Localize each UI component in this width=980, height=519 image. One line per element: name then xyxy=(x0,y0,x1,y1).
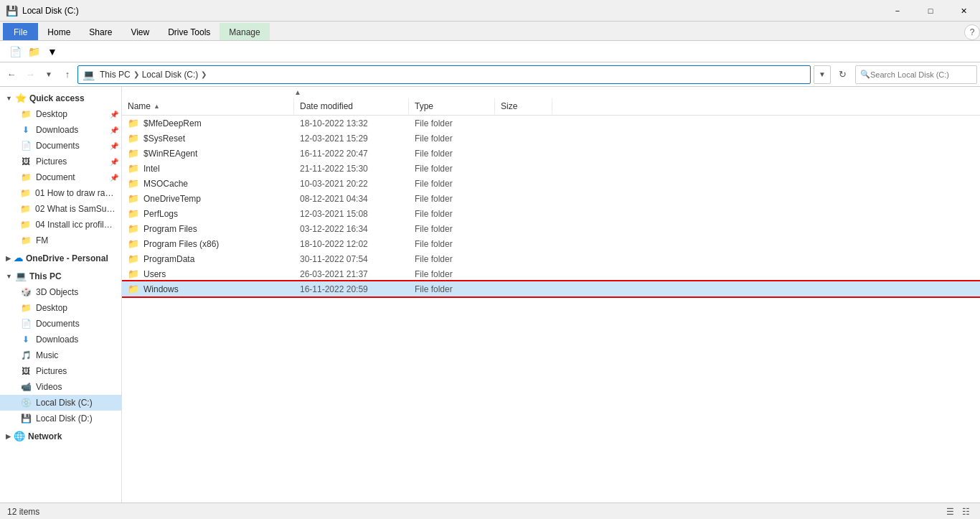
table-row[interactable]: 📁 $MfeDeepRem 18-10-2022 13:32 File fold… xyxy=(122,116,980,131)
breadcrumb-local-disk[interactable]: Local Disk (C:) xyxy=(140,68,201,81)
maximize-button[interactable]: □ xyxy=(914,0,947,22)
fm-icon: 📁 xyxy=(20,235,32,246)
table-row[interactable]: 📁 Windows 16-11-2022 20:59 File folder xyxy=(122,281,980,296)
sidebar-item-videos[interactable]: 📹 Videos xyxy=(0,379,121,395)
sidebar-item-fm[interactable]: 📁 FM xyxy=(0,233,121,248)
pin-icon: 📌 xyxy=(110,111,118,118)
tab-home[interactable]: Home xyxy=(38,23,80,40)
sidebar-item-howto[interactable]: 📁 01 How to draw radius xyxy=(0,185,121,201)
file-name: Program Files (x86) xyxy=(143,239,219,249)
col-header-name[interactable]: Name ▲ xyxy=(122,99,294,113)
folder-icon: 📁 xyxy=(128,253,139,264)
file-type: File folder xyxy=(409,132,495,145)
sidebar-item-label: Pictures xyxy=(36,366,67,376)
sidebar-item-downloads-pc[interactable]: ⬇ Downloads xyxy=(0,332,121,347)
music-icon: 🎵 xyxy=(20,350,32,361)
samsung-icon: 📁 xyxy=(20,203,31,215)
pictures-pc-icon: 🖼 xyxy=(20,365,32,377)
title-icon: 💾 xyxy=(6,5,18,17)
sidebar-item-pictures-qa[interactable]: 🖼 Pictures 📌 xyxy=(0,154,121,169)
table-row[interactable]: 📁 OneDriveTemp 08-12-2021 04:34 File fol… xyxy=(122,191,980,206)
search-input[interactable] xyxy=(870,70,972,79)
sidebar-onedrive-header[interactable]: ▶ ☁ OneDrive - Personal xyxy=(0,250,121,266)
sidebar-this-pc-header[interactable]: ▼ 💻 This PC xyxy=(0,268,121,284)
table-row[interactable]: 📁 Users 26-03-2021 21:37 File folder xyxy=(122,266,980,281)
table-row[interactable]: 📁 $WinREAgent 16-11-2022 20:47 File fold… xyxy=(122,146,980,161)
file-date: 16-11-2022 20:47 xyxy=(294,147,409,160)
breadcrumb-arrow-1: ❯ xyxy=(133,70,139,78)
address-bar[interactable]: 💻 This PC ❯ Local Disk (C:) ❯ xyxy=(77,65,811,84)
address-dropdown-button[interactable]: ▼ xyxy=(814,65,831,84)
tab-share[interactable]: Share xyxy=(80,23,121,40)
tab-manage[interactable]: Manage xyxy=(220,23,269,40)
sidebar: ▼ ⭐ Quick access 📁 Desktop 📌 ⬇ Downloads… xyxy=(0,87,122,502)
sidebar-item-install[interactable]: 📁 04 Install icc profile or xyxy=(0,217,121,233)
up-button[interactable]: ↑ xyxy=(59,65,76,84)
sidebar-item-music[interactable]: 🎵 Music xyxy=(0,347,121,363)
file-name: Users xyxy=(143,269,166,279)
table-row[interactable]: 📁 $SysReset 12-03-2021 15:29 File folder xyxy=(122,131,980,146)
table-row[interactable]: 📁 Program Files 03-12-2022 16:34 File fo… xyxy=(122,221,980,236)
file-date: 03-12-2022 16:34 xyxy=(294,223,409,235)
pin-icon: 📌 xyxy=(110,174,118,182)
details-view-button[interactable]: ☰ xyxy=(943,505,957,518)
col-date-label: Date modified xyxy=(300,101,353,111)
sidebar-item-documents-qa[interactable]: 📄 Documents 📌 xyxy=(0,138,121,154)
sidebar-item-3d-objects[interactable]: 🎲 3D Objects xyxy=(0,284,121,300)
column-header: Name ▲ Date modified Type Size xyxy=(122,98,980,116)
folder-icon: 📁 xyxy=(128,133,139,144)
sidebar-quick-access-header[interactable]: ▼ ⭐ Quick access xyxy=(0,90,121,106)
col-header-date[interactable]: Date modified xyxy=(294,99,409,113)
file-type: File folder xyxy=(409,192,495,205)
col-header-type[interactable]: Type xyxy=(409,99,495,113)
qs-dropdown-button[interactable]: ▼ xyxy=(44,44,61,60)
sidebar-network-header[interactable]: ▶ 🌐 Network xyxy=(0,428,121,444)
table-row[interactable]: 📁 ProgramData 30-11-2022 07:54 File fold… xyxy=(122,251,980,266)
documents-qa-icon: 📄 xyxy=(20,140,32,151)
forward-button[interactable]: → xyxy=(22,65,39,84)
sidebar-item-desktop-pc[interactable]: 📁 Desktop xyxy=(0,300,121,316)
ribbon-tabs: File Home Share View Drive Tools Manage … xyxy=(0,22,980,40)
search-bar[interactable]: 🔍 xyxy=(855,65,977,84)
qs-properties-button[interactable]: 📄 xyxy=(6,44,24,60)
ribbon-content: 📄 📁 ▼ xyxy=(0,40,980,62)
tab-view[interactable]: View xyxy=(121,23,159,40)
close-button[interactable]: ✕ xyxy=(947,0,980,22)
tab-drive-tools[interactable]: Drive Tools xyxy=(159,23,220,40)
sidebar-item-local-c[interactable]: 💿 Local Disk (C:) xyxy=(0,395,121,411)
sidebar-item-documents-pc[interactable]: 📄 Documents xyxy=(0,316,121,332)
sidebar-item-pictures-pc[interactable]: 🖼 Pictures xyxy=(0,363,121,379)
3d-objects-icon: 🎲 xyxy=(20,286,32,298)
table-row[interactable]: 📁 Intel 21-11-2022 15:30 File folder xyxy=(122,161,980,176)
file-date: 12-03-2021 15:29 xyxy=(294,132,409,145)
col-header-size[interactable]: Size xyxy=(495,99,552,113)
refresh-button[interactable]: ↻ xyxy=(834,65,851,84)
file-name: $WinREAgent xyxy=(143,149,197,159)
file-date: 18-10-2022 13:32 xyxy=(294,117,409,130)
back-button[interactable]: ← xyxy=(3,65,20,84)
onedrive-label: OneDrive - Personal xyxy=(26,253,108,263)
large-icons-view-button[interactable]: ☷ xyxy=(958,505,973,518)
table-row[interactable]: 📁 PerfLogs 12-03-2021 15:08 File folder xyxy=(122,206,980,221)
file-name: OneDriveTemp xyxy=(143,194,201,204)
sidebar-item-document-qa[interactable]: 📁 Document 📌 xyxy=(0,169,121,185)
install-icon: 📁 xyxy=(20,219,31,230)
sidebar-item-downloads-qa[interactable]: ⬇ Downloads 📌 xyxy=(0,122,121,138)
file-size xyxy=(495,197,552,200)
sidebar-item-desktop-qa[interactable]: 📁 Desktop 📌 xyxy=(0,106,121,122)
file-size xyxy=(495,273,552,276)
minimize-button[interactable]: − xyxy=(881,0,914,22)
recent-button[interactable]: ▼ xyxy=(40,65,57,84)
this-pc-label: This PC xyxy=(29,271,62,281)
howto-icon: 📁 xyxy=(20,187,31,199)
table-row[interactable]: 📁 Program Files (x86) 18-10-2022 12:02 F… xyxy=(122,236,980,251)
breadcrumb-this-pc[interactable]: This PC xyxy=(98,68,133,81)
help-button[interactable]: ? xyxy=(964,24,980,40)
sidebar-item-local-d[interactable]: 💾 Local Disk (D:) xyxy=(0,411,121,426)
table-row[interactable]: 📁 MSOCache 10-03-2021 20:22 File folder xyxy=(122,176,980,191)
file-type: File folder xyxy=(409,177,495,190)
sidebar-item-samsung[interactable]: 📁 02 What is SamSung c xyxy=(0,201,121,217)
qs-new-folder-button[interactable]: 📁 xyxy=(25,44,42,60)
tab-file[interactable]: File xyxy=(3,23,38,40)
file-content: ▲ Name ▲ Date modified Type Size 📁 $MfeD… xyxy=(122,87,980,502)
